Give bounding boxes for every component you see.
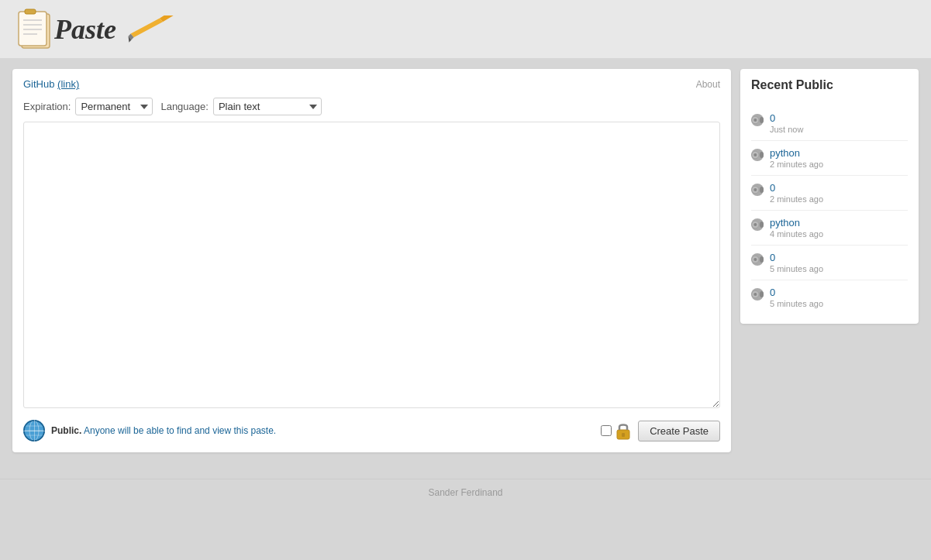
- paste-content-5: 0 5 minutes ago: [770, 287, 823, 308]
- paste-time-5: 5 minutes ago: [770, 299, 823, 308]
- paste-time-4: 5 minutes ago: [770, 264, 823, 273]
- paste-textarea[interactable]: [23, 122, 720, 408]
- paste-time-0: Just now: [770, 125, 803, 134]
- footer: Sander Ferdinand: [0, 479, 931, 506]
- paste-time-1: 2 minutes ago: [770, 160, 823, 169]
- github-link-area: GitHub (link): [23, 78, 79, 90]
- public-text: Public. Anyone will be able to find and …: [51, 425, 276, 436]
- list-item: python 4 minutes ago: [751, 211, 908, 246]
- paste-time-3: 4 minutes ago: [770, 229, 823, 239]
- bottom-right: Create Paste: [601, 421, 720, 441]
- create-paste-button[interactable]: Create Paste: [638, 421, 720, 441]
- paste-icon-2: [751, 184, 764, 196]
- globe-icon: [23, 420, 45, 441]
- paste-icon-0: [751, 114, 764, 126]
- paste-name-0[interactable]: 0: [770, 112, 803, 124]
- paste-content-0: 0 Just now: [770, 112, 803, 134]
- expiration-group: Expiration: Permanent 1 Hour 1 Day 1 Wee…: [23, 98, 153, 115]
- top-bar: GitHub (link) About: [23, 78, 720, 90]
- about-link[interactable]: About: [696, 79, 720, 90]
- expiration-select[interactable]: Permanent 1 Hour 1 Day 1 Week 1 Month: [75, 98, 153, 115]
- svg-point-26: [753, 223, 757, 226]
- list-item: 0 5 minutes ago: [751, 280, 908, 314]
- right-panel: Recent Public 0 Just now python 2 minute…: [740, 69, 919, 324]
- list-item: 0 2 minutes ago: [751, 176, 908, 211]
- header: Paste: [0, 0, 931, 58]
- left-panel: GitHub (link) About Expiration: Permanen…: [12, 69, 731, 452]
- paste-icon-3: [751, 218, 764, 231]
- language-select[interactable]: Plain text Python JavaScript HTML CSS Ja…: [213, 98, 322, 115]
- language-label: Language:: [160, 101, 208, 112]
- private-checkbox[interactable]: [601, 425, 612, 436]
- expiration-label: Expiration:: [23, 101, 71, 112]
- paste-content-3: python 4 minutes ago: [770, 217, 823, 239]
- paste-content-2: 0 2 minutes ago: [770, 182, 823, 204]
- paste-icon-1: [751, 149, 764, 161]
- svg-point-28: [753, 258, 757, 261]
- paste-name-2[interactable]: 0: [770, 182, 823, 194]
- main-content: GitHub (link) About Expiration: Permanen…: [0, 58, 931, 463]
- paste-content-4: 0 5 minutes ago: [770, 252, 823, 273]
- svg-point-12: [29, 421, 39, 441]
- public-description: Anyone will be able to find and view thi…: [84, 425, 276, 436]
- paste-name-3[interactable]: python: [770, 217, 823, 228]
- svg-rect-2: [25, 9, 36, 14]
- bottom-bar: Public. Anyone will be able to find and …: [23, 420, 720, 441]
- svg-point-30: [753, 293, 757, 296]
- logo-area: Paste: [16, 8, 186, 50]
- svg-rect-18: [622, 433, 625, 437]
- language-group: Language: Plain text Python JavaScript H…: [160, 98, 321, 115]
- paste-icon-4: [751, 253, 764, 266]
- svg-point-20: [753, 119, 757, 122]
- paste-name-1[interactable]: python: [770, 147, 823, 159]
- paste-icon-5: [751, 288, 764, 301]
- public-info: Public. Anyone will be able to find and …: [23, 420, 276, 441]
- svg-marker-8: [129, 18, 164, 38]
- svg-point-22: [753, 153, 757, 156]
- paste-time-2: 2 minutes ago: [770, 194, 823, 204]
- footer-text: Sander Ferdinand: [428, 487, 502, 498]
- paste-name-5[interactable]: 0: [770, 287, 823, 298]
- logo-text: Paste: [54, 13, 116, 46]
- checkbox-lock-group: [601, 421, 632, 441]
- recent-public-title: Recent Public: [751, 78, 908, 97]
- paste-name-4[interactable]: 0: [770, 252, 823, 263]
- lock-icon: [615, 421, 632, 441]
- list-item: 0 Just now: [751, 106, 908, 141]
- svg-point-16: [24, 421, 44, 441]
- clipboard-icon: [16, 8, 54, 50]
- list-item: python 2 minutes ago: [751, 141, 908, 176]
- github-link[interactable]: GitHub (link): [23, 78, 79, 90]
- list-item: 0 5 minutes ago: [751, 246, 908, 280]
- svg-rect-1: [19, 12, 47, 46]
- paste-content-1: python 2 minutes ago: [770, 147, 823, 169]
- pen-icon: [116, 15, 186, 43]
- public-label: Public.: [51, 425, 81, 436]
- controls-row: Expiration: Permanent 1 Hour 1 Day 1 Wee…: [23, 98, 720, 115]
- svg-point-24: [753, 188, 757, 191]
